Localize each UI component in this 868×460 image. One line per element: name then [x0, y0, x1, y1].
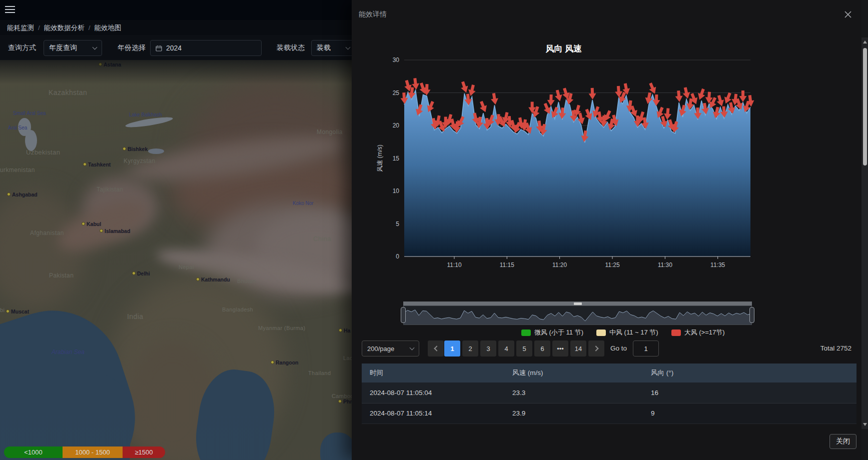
next-page-button[interactable] — [588, 340, 604, 356]
scrollbar-track[interactable] — [861, 38, 868, 429]
pagination: 200/page 123456•••14 Go to Total 2752 — [352, 340, 861, 356]
svg-text:15: 15 — [393, 155, 400, 162]
query-mode-select[interactable]: 年度查询 — [44, 40, 102, 56]
legend-item[interactable]: 微风 (小于 11 节) — [521, 328, 583, 337]
close-icon[interactable] — [843, 10, 852, 19]
datazoom-preview[interactable] — [403, 306, 752, 325]
legend-label: 微风 (小于 11 节) — [534, 328, 583, 337]
breadcrumb-separator: / — [89, 24, 91, 32]
breadcrumb-item[interactable]: 能耗监测 — [7, 24, 34, 32]
page-button-1[interactable]: 1 — [444, 340, 460, 356]
load-state-select[interactable]: 装载 — [311, 40, 355, 56]
svg-text:风速 (m/s): 风速 (m/s) — [376, 144, 383, 172]
map-legend-segment: 1000 - 1500 — [63, 446, 123, 458]
query-mode-label: 查询方式 — [8, 44, 36, 52]
svg-text:11:10: 11:10 — [447, 262, 461, 268]
svg-text:20: 20 — [393, 122, 400, 129]
svg-text:11:35: 11:35 — [710, 262, 725, 268]
svg-text:11:20: 11:20 — [552, 262, 567, 268]
breadcrumb-item[interactable]: 能效地图 — [95, 24, 122, 32]
wind-data-table: 时间风速 (m/s)风向 (°) 2024-08-07 11:05:0423.3… — [362, 364, 856, 424]
scroll-down-icon[interactable] — [863, 423, 867, 426]
energy-map[interactable]: KazakhstanMongoliaUzbekistanKyrgyzstanur… — [0, 60, 352, 460]
svg-text:25: 25 — [393, 90, 400, 96]
goto-page-input[interactable] — [633, 340, 659, 356]
chevron-down-icon — [410, 346, 415, 350]
prev-page-button[interactable] — [428, 340, 444, 356]
page-button-2[interactable]: 2 — [462, 340, 478, 356]
svg-text:11:25: 11:25 — [605, 262, 619, 268]
svg-text:0: 0 — [396, 253, 399, 260]
table-cell: 2024-08-07 11:05:14 — [362, 403, 504, 424]
table-row[interactable]: 2024-08-07 11:05:1423.99 — [362, 403, 856, 424]
svg-text:11:15: 11:15 — [500, 262, 514, 268]
breadcrumb: 能耗监测/能效数据分析/能效地图 — [7, 24, 122, 32]
map-legend-segment: <1000 — [4, 446, 63, 458]
detail-drawer: 能效详情 风向 风速 05101520253011:1011:1511:2011… — [352, 0, 861, 460]
page-button-14[interactable]: 14 — [570, 340, 586, 356]
drawer-title: 能效详情 — [359, 10, 387, 19]
page-button-5[interactable]: 5 — [516, 340, 532, 356]
table-cell: 23.3 — [504, 382, 643, 403]
legend-label: 中风 (11 ~ 17 节) — [609, 328, 658, 337]
datazoom-mini-chart — [404, 306, 751, 324]
chevron-left-icon — [434, 346, 439, 351]
modal-mask — [0, 60, 352, 460]
close-button[interactable]: 关闭 — [829, 434, 856, 449]
table-cell: 16 — [643, 382, 856, 403]
query-mode-value: 年度查询 — [49, 44, 77, 52]
breadcrumb-item[interactable]: 能效数据分析 — [44, 24, 85, 32]
table-header-row: 时间风速 (m/s)风向 (°) — [362, 364, 856, 382]
table-header-cell: 风向 (°) — [643, 364, 856, 382]
table-header-cell: 风速 (m/s) — [504, 364, 643, 382]
table-header-cell: 时间 — [362, 364, 504, 382]
datazoom-scroll-track[interactable] — [403, 302, 752, 306]
svg-text:11:30: 11:30 — [658, 262, 672, 268]
year-select-label: 年份选择 — [118, 44, 146, 52]
legend-item[interactable]: 大风 (>=17节) — [671, 328, 725, 337]
breadcrumb-separator: / — [38, 24, 40, 32]
svg-text:30: 30 — [393, 56, 400, 64]
datazoom-grip[interactable] — [574, 302, 582, 305]
table-cell: 23.9 — [504, 403, 643, 424]
page-size-select[interactable]: 200/page — [362, 340, 419, 356]
legend-swatch — [596, 330, 606, 336]
page-button-4[interactable]: 4 — [498, 340, 514, 356]
table-cell: 2024-08-07 11:05:04 — [362, 382, 504, 403]
page-ellipsis-button[interactable]: ••• — [552, 340, 568, 356]
datazoom-right-handle[interactable] — [749, 307, 754, 323]
legend-item[interactable]: 中风 (11 ~ 17 节) — [596, 328, 658, 337]
table-body: 2024-08-07 11:05:0423.3162024-08-07 11:0… — [362, 382, 856, 424]
datazoom-slider[interactable] — [403, 302, 752, 325]
goto-label: Go to — [610, 344, 627, 352]
load-state-label: 装载状态 — [277, 44, 305, 52]
svg-text:5: 5 — [396, 220, 399, 228]
map-legend-segment: ≥1500 — [123, 446, 165, 458]
page-button-6[interactable]: 6 — [534, 340, 550, 356]
wind-chart[interactable]: 05101520253011:1011:1511:2011:2511:3011:… — [352, 28, 861, 278]
legend-swatch — [671, 330, 681, 336]
chevron-right-icon — [593, 346, 598, 351]
total-count: Total 2752 — [820, 344, 851, 352]
chart-legend: 微风 (小于 11 节)中风 (11 ~ 17 节)大风 (>=17节) — [521, 328, 725, 337]
chevron-down-icon — [346, 45, 351, 50]
chevron-down-icon — [93, 45, 98, 50]
page-buttons: 123456•••14 — [444, 340, 586, 356]
calendar-icon — [156, 45, 162, 52]
page-button-3[interactable]: 3 — [480, 340, 496, 356]
year-picker[interactable]: 2024 — [150, 40, 262, 56]
datazoom-left-handle[interactable] — [401, 307, 406, 323]
svg-text:10: 10 — [393, 188, 400, 194]
table-row[interactable]: 2024-08-07 11:05:0423.316 — [362, 382, 856, 403]
scrollbar-thumb[interactable] — [863, 48, 867, 166]
year-picker-value: 2024 — [166, 44, 182, 52]
app-root: 能耗监测/能效数据分析/能效地图 查询方式 年度查询 年份选择 2024 装载状… — [0, 0, 868, 460]
load-state-value: 装载 — [317, 44, 331, 52]
legend-swatch — [521, 330, 531, 336]
scroll-up-icon[interactable] — [863, 40, 867, 44]
menu-toggle-icon[interactable] — [5, 6, 16, 14]
legend-label: 大风 (>=17节) — [684, 328, 725, 337]
table-cell: 9 — [643, 403, 856, 424]
page-size-value: 200/page — [367, 345, 394, 352]
scrollbar — [861, 0, 868, 460]
